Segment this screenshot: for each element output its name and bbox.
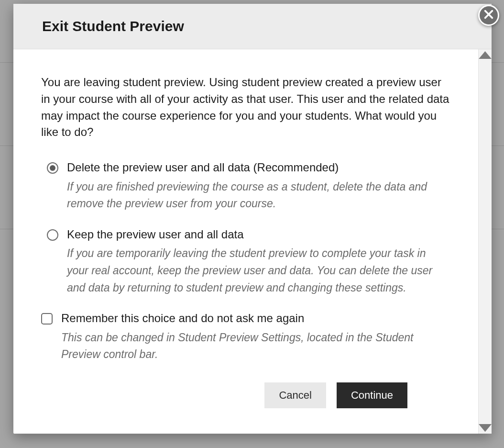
option-keep-preview-user[interactable]: Keep the preview user and all data If yo… [41, 227, 449, 296]
modal-title: Exit Student Preview [42, 18, 463, 34]
scroll-up-icon[interactable] [479, 50, 492, 60]
modal-intro-text: You are leaving student preview. Using s… [41, 74, 449, 141]
radio-icon[interactable] [47, 162, 58, 174]
continue-button[interactable]: Continue [337, 382, 407, 408]
modal-footer: Cancel Continue [41, 378, 436, 419]
radio-icon[interactable] [47, 229, 58, 241]
modal-scrollbar[interactable] [478, 49, 492, 434]
option-description: If you are temporarily leaving the stude… [67, 245, 449, 296]
option-text: Delete the preview user and all data (Re… [67, 160, 449, 213]
option-label: Delete the preview user and all data (Re… [67, 160, 449, 175]
option-label: Remember this choice and do not ask me a… [61, 311, 449, 326]
cancel-button[interactable]: Cancel [264, 382, 326, 408]
option-remember-choice[interactable]: Remember this choice and do not ask me a… [41, 311, 449, 363]
option-text: Remember this choice and do not ask me a… [61, 311, 449, 363]
checkbox-icon[interactable] [41, 313, 53, 325]
close-icon [483, 9, 494, 22]
option-text: Keep the preview user and all data If yo… [67, 227, 449, 296]
scroll-down-icon[interactable] [479, 423, 492, 433]
modal-body-wrap: You are leaving student preview. Using s… [13, 49, 492, 434]
option-description: This can be changed in Student Preview S… [61, 329, 449, 363]
option-label: Keep the preview user and all data [67, 227, 449, 242]
option-delete-preview-user[interactable]: Delete the preview user and all data (Re… [41, 160, 449, 213]
modal-header: Exit Student Preview [13, 4, 492, 49]
option-description: If you are finished previewing the cours… [67, 179, 449, 213]
close-button[interactable] [478, 5, 499, 26]
modal-body: You are leaving student preview. Using s… [13, 49, 478, 434]
exit-student-preview-modal: Exit Student Preview You are leaving stu… [13, 4, 492, 434]
